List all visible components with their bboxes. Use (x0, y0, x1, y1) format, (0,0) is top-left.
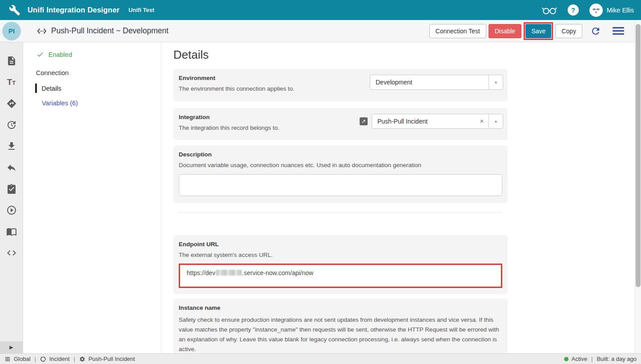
built-label: Built: a day ago (597, 356, 637, 362)
scrollbar-thumb[interactable] (636, 24, 641, 287)
chevron-down-icon[interactable]: ▾ (489, 75, 503, 89)
endpoint-url-prefix: https://dev (187, 269, 216, 276)
record-title: Push-Pull Incident ~ Development (37, 26, 168, 36)
settings-ethernet-icon (37, 26, 47, 36)
endpoint-annotation-highlight: https://dev.service-now.com/api/now (179, 264, 502, 288)
refresh-icon (590, 26, 601, 36)
description-textarea[interactable] (179, 174, 502, 196)
separator: | (35, 356, 36, 362)
book-icon[interactable] (6, 226, 17, 237)
history-icon[interactable] (6, 120, 17, 130)
play-circle-icon[interactable] (6, 205, 17, 216)
document-icon[interactable] (6, 56, 17, 66)
integration-value: Push-Pull Incident (372, 114, 475, 128)
gear-icon (79, 356, 85, 362)
disable-button[interactable]: Disable (489, 24, 522, 38)
enabled-label: Enabled (48, 51, 72, 58)
subnav-details-label: Details (42, 85, 61, 92)
record-avatar: PI (2, 22, 21, 40)
instance-name-field-card: Instance name Safety check to ensure pro… (173, 299, 508, 353)
subnav-item-variables[interactable]: Variables (6) (42, 100, 161, 107)
separator: | (591, 356, 593, 362)
app-title: Unifi Integration Designer (28, 6, 120, 14)
save-button[interactable]: Save (525, 24, 551, 38)
chevron-down-icon[interactable]: ▾ (489, 114, 503, 128)
redacted-text (216, 270, 242, 276)
environment-field-card: Environment The environment this connect… (173, 69, 508, 101)
hamburger-icon (613, 25, 624, 36)
connection-test-button[interactable]: Connection Test (429, 24, 486, 38)
instance-name-label: Instance name (179, 304, 502, 311)
clear-icon[interactable]: ✕ (475, 114, 489, 128)
integration-field-card: Integration The integration this record … (173, 108, 508, 140)
instance-name-description: Safety check to ensure production integr… (179, 315, 503, 353)
endpoint-url-label: Endpoint URL (179, 241, 502, 248)
user-avatar-icon (589, 4, 603, 17)
active-status-icon (564, 357, 569, 361)
active-status-label: Active (572, 356, 587, 362)
download-icon[interactable] (6, 141, 17, 152)
environment-value: Development (370, 75, 489, 89)
subnav-section-connection: Connection (36, 69, 161, 76)
user-name: Mike Ellis (607, 7, 634, 14)
section-divider (178, 212, 502, 213)
record-action-bar: PI Push-Pull Incident ~ Development Conn… (0, 20, 635, 42)
save-annotation-highlight: Save (524, 22, 553, 40)
code-icon[interactable] (6, 248, 17, 258)
expand-arrow-icon: ▶ (9, 344, 13, 350)
enabled-status[interactable]: Enabled (36, 51, 161, 58)
clipboard-check-icon[interactable] (6, 184, 17, 194)
check-icon (36, 51, 44, 58)
hamburger-menu-button[interactable] (613, 25, 624, 36)
reply-icon[interactable] (6, 162, 17, 173)
active-indicator (35, 84, 37, 93)
status-bar: Global | Incident | Push-Pull Incident A… (0, 353, 641, 364)
glasses-icon[interactable] (542, 5, 557, 15)
record-subnav: Enabled Connection Details Variables (6) (23, 42, 161, 353)
table-label[interactable]: Incident (49, 356, 70, 362)
table-icon (40, 356, 46, 362)
copy-button[interactable]: Copy (555, 24, 582, 38)
apps-grid-icon (4, 356, 11, 362)
description-field-card: Description Document variable usage, con… (173, 145, 508, 203)
endpoint-url-field-card: Endpoint URL The external system's acces… (173, 235, 508, 294)
text-format-icon[interactable]: TT (7, 77, 16, 88)
rail-expand-button[interactable]: ▶ (0, 341, 23, 353)
help-icon[interactable]: ? (568, 4, 579, 16)
page-title: Details (173, 48, 508, 61)
open-record-icon[interactable]: ↗ (360, 117, 368, 125)
endpoint-url-input[interactable]: https://dev.service-now.com/api/now (180, 265, 501, 287)
environment-name: Unifi Test (128, 7, 154, 13)
refresh-button[interactable] (590, 26, 601, 36)
integration-label[interactable]: Push-Pull Incident (88, 356, 135, 362)
top-header-bar: Unifi Integration Designer Unifi Test ? … (0, 0, 641, 20)
scope-label[interactable]: Global (14, 356, 31, 362)
environment-select[interactable]: Development ▾ (370, 75, 503, 90)
module-icon-rail: TT ▶ (0, 42, 23, 353)
details-form: Details Environment The environment this… (162, 42, 635, 353)
endpoint-url-suffix: .service-now.com/api/now (242, 269, 313, 276)
user-menu[interactable]: Mike Ellis (589, 4, 634, 17)
integration-reference-input[interactable]: Push-Pull Incident ✕ ▾ (372, 114, 503, 129)
separator: | (74, 356, 75, 362)
description-label: Description (179, 151, 502, 158)
unifi-integration-designer-app: Unifi Integration Designer Unifi Test ? … (0, 0, 641, 364)
endpoint-url-description: The external system's access URL. (179, 252, 502, 258)
description-description: Document variable usage, connection nuan… (179, 162, 502, 168)
vertical-scrollbar[interactable] (635, 20, 641, 353)
record-title-text: Push-Pull Incident ~ Development (51, 26, 168, 36)
wrench-icon (9, 4, 20, 16)
subnav-item-details[interactable]: Details (35, 84, 161, 93)
directions-icon[interactable] (6, 98, 17, 109)
